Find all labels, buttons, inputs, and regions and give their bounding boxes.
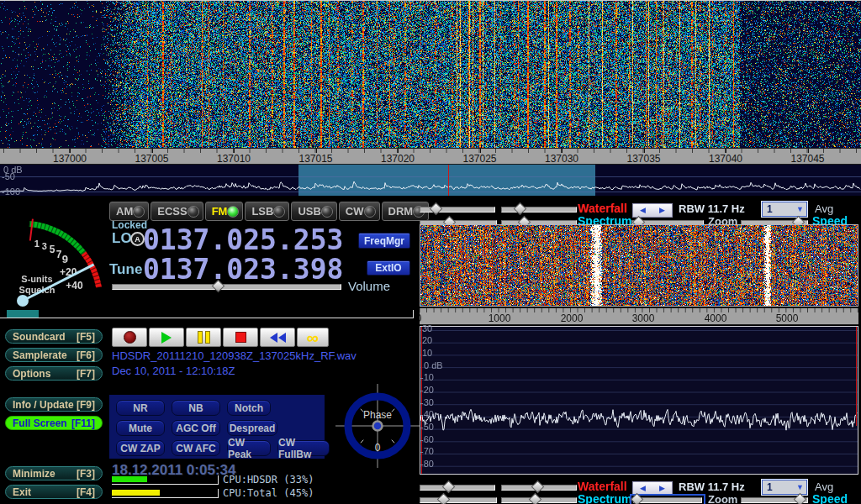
speed-slider-2[interactable]: [741, 497, 808, 503]
rf-spectrum-display[interactable]: [0, 165, 861, 196]
s-meter[interactable]: 1 3 5 7 9 +20 +40 S-units Squelch: [0, 202, 109, 309]
loop-button[interactable]: ∞: [297, 328, 329, 347]
cw-fullbw-button[interactable]: CW FullBw: [277, 440, 330, 456]
nr-button[interactable]: NR: [116, 400, 165, 416]
waterfall-label: Waterfall: [578, 202, 627, 215]
mode-led-icon: [273, 206, 285, 218]
soundcard-button[interactable]: Soundcard[F5]: [5, 329, 103, 344]
mode-led-icon: [321, 206, 333, 218]
phase-center-dot: [373, 422, 383, 431]
record-button[interactable]: [112, 328, 147, 347]
volume-slider[interactable]: [112, 284, 341, 290]
minimize-button[interactable]: Minimize[F3]: [5, 466, 103, 480]
rf-scale-label: 137025: [462, 153, 496, 165]
cpu-total-bar: [112, 489, 219, 498]
af-db-label: 30: [422, 324, 432, 333]
arrow-right-icon[interactable]: ▶: [659, 207, 665, 214]
freqmgr-button[interactable]: FreqMgr: [358, 233, 410, 249]
rewind-button[interactable]: [260, 328, 295, 347]
waterfall-brightness-slider-2[interactable]: [420, 485, 495, 491]
mode-button-fm[interactable]: FM: [205, 202, 244, 221]
play-icon: [161, 332, 172, 344]
af-frequency-scale[interactable]: 0 1000 2000 3000 4000 5000: [420, 307, 858, 325]
waterfall-contrast-slider[interactable]: [501, 207, 577, 213]
mode-button-usb[interactable]: USB: [291, 202, 336, 221]
rbw-readout: RBW 11.7 Hz: [679, 202, 745, 215]
slider-thumb[interactable]: [442, 480, 456, 494]
dsp-panel: NR NB Notch Mute AGC Off Despread CW ZAP…: [109, 395, 325, 459]
avg-label-2: Avg: [815, 480, 833, 493]
recording-file-name: HDSDR_20111210_120938Z_137025kHz_RF.wav: [112, 349, 357, 362]
af-db-label: -20: [420, 386, 434, 395]
slider-thumb[interactable]: [531, 480, 545, 494]
slider-thumb[interactable]: [437, 493, 451, 504]
chevron-down-icon[interactable]: ▼: [794, 205, 806, 213]
signal-level-bar: [7, 310, 39, 318]
af-spectrum-display[interactable]: [420, 327, 858, 474]
pause-button[interactable]: [186, 328, 221, 347]
af-spectrum-frame: [420, 326, 858, 475]
af-scale-label: 0: [420, 312, 421, 324]
af-waterfall-display[interactable]: [420, 225, 858, 306]
samplerate-button[interactable]: Samplerate[F6]: [5, 348, 103, 362]
af-db-label: 20: [422, 336, 432, 345]
rf-db-label: -50: [2, 172, 15, 181]
rf-scale-label: 137015: [298, 153, 332, 165]
cw-afc-button[interactable]: CW AFC: [172, 440, 220, 456]
af-db-label: -70: [420, 447, 434, 456]
chevron-down-icon[interactable]: ▼: [794, 483, 806, 491]
notch-button[interactable]: Notch: [227, 400, 271, 416]
tune-frequency-value[interactable]: 0137.023.398: [143, 257, 343, 282]
mode-led-icon: [188, 206, 199, 218]
af-scale-label: 5000: [776, 312, 799, 324]
slider-thumb[interactable]: [514, 202, 527, 216]
exit-button[interactable]: Exit[F4]: [5, 485, 103, 499]
zoom-label-2: Zoom: [708, 493, 737, 504]
arrow-left-icon[interactable]: ◀: [640, 207, 646, 214]
waterfall-brightness-slider[interactable]: [420, 207, 495, 213]
loop-icon: ∞: [307, 332, 319, 344]
extio-button[interactable]: ExtIO: [367, 260, 410, 276]
rewind-icon: [270, 333, 286, 343]
rf-scale-label: 137035: [626, 153, 660, 165]
agc-button[interactable]: AGC Off: [172, 420, 220, 436]
rf-scale-label: 137030: [545, 153, 578, 165]
cw-peak-button[interactable]: CW Peak: [227, 440, 271, 456]
mode-button-am[interactable]: AM: [109, 202, 149, 221]
nb-button[interactable]: NB: [172, 400, 220, 416]
rbw-readout-2: RBW 11.7 Hz: [679, 480, 745, 493]
mute-button[interactable]: Mute: [116, 420, 165, 436]
tune-label: Tune: [109, 261, 142, 278]
zoom-slider-2[interactable]: [633, 497, 702, 503]
arrow-right-icon[interactable]: ▶: [659, 485, 665, 492]
options-button[interactable]: Options[F7]: [5, 366, 103, 381]
slider-thumb[interactable]: [528, 493, 541, 504]
mode-button-cw[interactable]: CW: [339, 202, 380, 221]
rf-waterfall-display[interactable]: [0, 0, 861, 148]
waterfall-contrast-slider-2[interactable]: [501, 485, 577, 491]
slider-thumb[interactable]: [429, 202, 442, 216]
fullscreen-button[interactable]: Full Screen[F11]: [5, 416, 103, 430]
rf-scale-label: 137040: [709, 153, 742, 165]
smeter-tick-label: 5: [50, 244, 55, 255]
lo-label: LO: [112, 230, 132, 247]
info-update-button[interactable]: Info / Update[F9]: [5, 397, 103, 412]
mode-button-ecss[interactable]: ECSS: [151, 202, 203, 221]
lo-locked-label: Locked: [112, 219, 147, 231]
spectrum-range-slider-2[interactable]: [501, 497, 577, 503]
rf-scale-label: 137000: [53, 153, 87, 165]
lo-frequency-value[interactable]: 0137.025.253: [143, 228, 343, 253]
arrow-left-icon[interactable]: ◀: [640, 485, 646, 492]
mode-button-lsb[interactable]: LSB: [245, 202, 289, 221]
cpu-hdsdr-label: CPU:HDSDR (33%): [223, 474, 314, 486]
waterfall-label-2: Waterfall: [578, 480, 627, 493]
despread-button[interactable]: Despread: [227, 420, 277, 436]
rf-frequency-scale[interactable]: 137000 137005 137010 137015 137020 13702…: [0, 148, 861, 165]
play-button[interactable]: [149, 328, 184, 347]
avg-select[interactable]: 1 ▼: [762, 202, 807, 217]
cw-zap-button[interactable]: CW ZAP: [116, 440, 165, 456]
stop-button[interactable]: [223, 328, 258, 347]
af-db-label: -50: [420, 423, 434, 432]
spectrum-gain-slider-2[interactable]: [420, 497, 497, 503]
af-db-label: -60: [420, 435, 434, 444]
